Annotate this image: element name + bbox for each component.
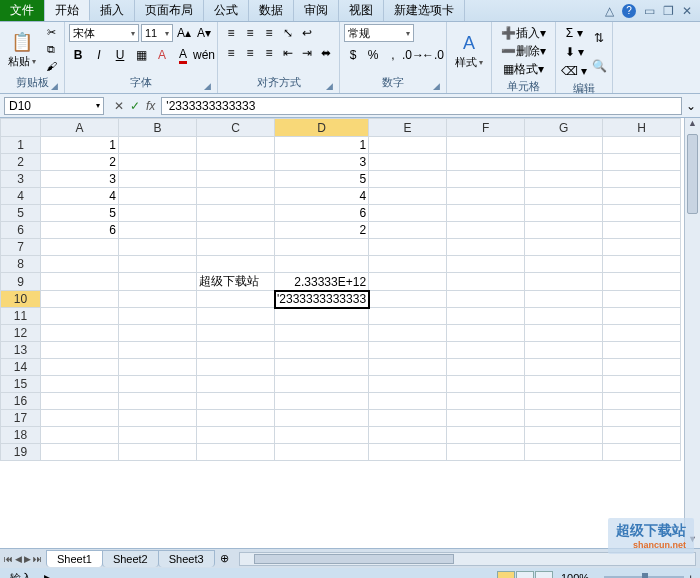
cell-H13[interactable] xyxy=(603,342,681,359)
cell-E11[interactable] xyxy=(369,308,447,325)
cell-H10[interactable] xyxy=(603,291,681,308)
wrap-text-button[interactable]: ↩ xyxy=(298,24,316,42)
phonetic-button[interactable]: wén xyxy=(195,46,213,64)
help-icon[interactable]: ? xyxy=(622,4,636,18)
cell-E16[interactable] xyxy=(369,393,447,410)
cell-H17[interactable] xyxy=(603,410,681,427)
align-middle-button[interactable]: ≡ xyxy=(241,24,259,42)
cell-A4[interactable]: 4 xyxy=(41,188,119,205)
cell-B18[interactable] xyxy=(119,427,197,444)
font-size-combo[interactable]: 11▾ xyxy=(141,24,173,42)
expand-icon[interactable]: ◢ xyxy=(326,81,333,91)
tab-formulas[interactable]: 公式 xyxy=(204,0,249,21)
paste-button[interactable]: 📋 粘贴▾ xyxy=(4,24,40,74)
cell-E9[interactable] xyxy=(369,273,447,291)
cell-C18[interactable] xyxy=(197,427,275,444)
cell-C3[interactable] xyxy=(197,171,275,188)
decrease-indent-button[interactable]: ⇤ xyxy=(279,44,297,62)
cell-F9[interactable] xyxy=(447,273,525,291)
cell-D9[interactable]: 2.33333E+12 xyxy=(275,273,369,291)
cell-G3[interactable] xyxy=(525,171,603,188)
cell-A14[interactable] xyxy=(41,359,119,376)
cell-F17[interactable] xyxy=(447,410,525,427)
vertical-scrollbar[interactable]: ▲ ▼ xyxy=(684,118,700,548)
page-layout-view-button[interactable] xyxy=(516,571,534,578)
restore-icon[interactable]: ❐ xyxy=(663,4,674,18)
new-sheet-button[interactable]: ⊕ xyxy=(214,552,235,565)
percent-button[interactable]: % xyxy=(364,46,382,64)
border-button[interactable]: ▦ xyxy=(132,46,150,64)
cell-C5[interactable] xyxy=(197,205,275,222)
column-header-D[interactable]: D xyxy=(275,119,369,137)
normal-view-button[interactable] xyxy=(497,571,515,578)
cell-D16[interactable] xyxy=(275,393,369,410)
cell-F15[interactable] xyxy=(447,376,525,393)
cell-B3[interactable] xyxy=(119,171,197,188)
cell-H11[interactable] xyxy=(603,308,681,325)
expand-icon[interactable]: ◢ xyxy=(433,81,440,91)
page-break-view-button[interactable] xyxy=(535,571,553,578)
prev-sheet-icon[interactable]: ◀ xyxy=(15,554,22,564)
align-right-button[interactable]: ≡ xyxy=(260,44,278,62)
orientation-button[interactable]: ⤡ xyxy=(279,24,297,42)
cell-E5[interactable] xyxy=(369,205,447,222)
cell-H19[interactable] xyxy=(603,444,681,461)
row-header-6[interactable]: 6 xyxy=(1,222,41,239)
cell-C10[interactable] xyxy=(197,291,275,308)
column-header-B[interactable]: B xyxy=(119,119,197,137)
horizontal-scrollbar[interactable] xyxy=(239,552,696,566)
merge-button[interactable]: ⬌ xyxy=(317,44,335,62)
scroll-thumb[interactable] xyxy=(687,134,698,214)
cell-E18[interactable] xyxy=(369,427,447,444)
currency-button[interactable]: $ xyxy=(344,46,362,64)
align-center-button[interactable]: ≡ xyxy=(241,44,259,62)
cell-A15[interactable] xyxy=(41,376,119,393)
cell-F18[interactable] xyxy=(447,427,525,444)
first-sheet-icon[interactable]: ⏮ xyxy=(4,554,13,564)
increase-indent-button[interactable]: ⇥ xyxy=(298,44,316,62)
cell-G12[interactable] xyxy=(525,325,603,342)
cell-D4[interactable]: 4 xyxy=(275,188,369,205)
column-header-F[interactable]: F xyxy=(447,119,525,137)
row-header-15[interactable]: 15 xyxy=(1,376,41,393)
decrease-decimal-button[interactable]: ←.0 xyxy=(424,46,442,64)
align-left-button[interactable]: ≡ xyxy=(222,44,240,62)
decrease-font-button[interactable]: A▾ xyxy=(195,24,213,42)
cell-G7[interactable] xyxy=(525,239,603,256)
cell-G5[interactable] xyxy=(525,205,603,222)
cell-D15[interactable] xyxy=(275,376,369,393)
cell-G18[interactable] xyxy=(525,427,603,444)
cell-E19[interactable] xyxy=(369,444,447,461)
cell-B14[interactable] xyxy=(119,359,197,376)
select-all-corner[interactable] xyxy=(1,119,41,137)
enter-button[interactable]: ✓ xyxy=(130,99,140,113)
increase-font-button[interactable]: A▴ xyxy=(175,24,193,42)
cell-E6[interactable] xyxy=(369,222,447,239)
clear-button[interactable]: ⌫ ▾ xyxy=(560,62,588,80)
row-header-2[interactable]: 2 xyxy=(1,154,41,171)
cell-A1[interactable]: 1 xyxy=(41,137,119,154)
insert-cells-button[interactable]: ➕ 插入 ▾ xyxy=(496,24,551,42)
cell-C12[interactable] xyxy=(197,325,275,342)
column-header-A[interactable]: A xyxy=(41,119,119,137)
row-header-12[interactable]: 12 xyxy=(1,325,41,342)
row-header-7[interactable]: 7 xyxy=(1,239,41,256)
cell-F19[interactable] xyxy=(447,444,525,461)
cell-C9[interactable]: 超级下载站 xyxy=(197,273,275,291)
cell-E2[interactable] xyxy=(369,154,447,171)
cell-C15[interactable] xyxy=(197,376,275,393)
cell-G13[interactable] xyxy=(525,342,603,359)
cell-E3[interactable] xyxy=(369,171,447,188)
tab-insert[interactable]: 插入 xyxy=(90,0,135,21)
macro-record-icon[interactable]: ▶ xyxy=(44,572,52,579)
cell-D14[interactable] xyxy=(275,359,369,376)
cell-H16[interactable] xyxy=(603,393,681,410)
cell-H12[interactable] xyxy=(603,325,681,342)
font-name-combo[interactable]: 宋体▾ xyxy=(69,24,139,42)
cell-A5[interactable]: 5 xyxy=(41,205,119,222)
cell-E8[interactable] xyxy=(369,256,447,273)
fill-color-button[interactable]: A xyxy=(153,46,171,64)
cell-B6[interactable] xyxy=(119,222,197,239)
row-header-9[interactable]: 9 xyxy=(1,273,41,291)
cell-C4[interactable] xyxy=(197,188,275,205)
